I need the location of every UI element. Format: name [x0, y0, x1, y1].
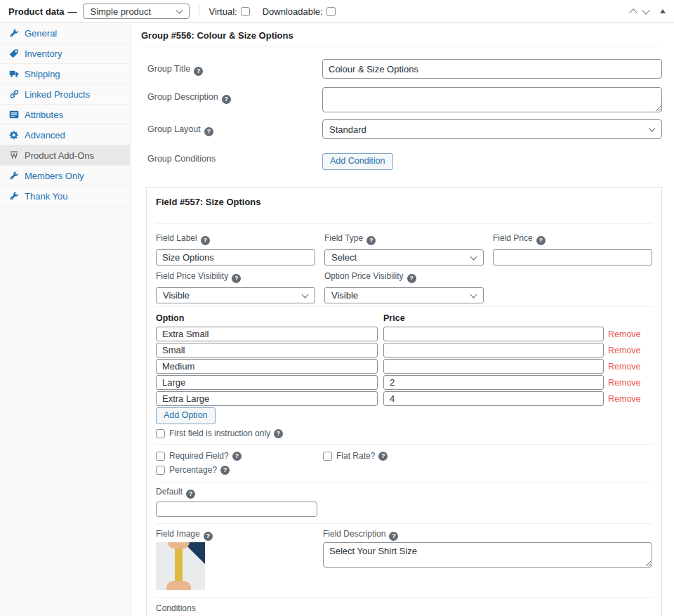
- group-title-input[interactable]: [322, 59, 662, 79]
- help-icon[interactable]: [194, 67, 203, 76]
- truck-icon: [8, 68, 20, 79]
- sidebar-item-label: Product Add-Ons: [25, 150, 94, 161]
- help-icon[interactable]: [536, 236, 546, 245]
- field-main-row: Field Label Field Type Select Field Pric…: [156, 233, 652, 266]
- link-icon: [8, 89, 20, 100]
- help-icon[interactable]: [201, 236, 210, 245]
- group-description-textarea[interactable]: [322, 87, 662, 112]
- product-data-tabs: General Inventory Shipping Linked Produc…: [0, 23, 131, 616]
- gear-icon: [8, 129, 20, 140]
- option-price-visibility-select[interactable]: Visible: [324, 287, 484, 303]
- field-panel: Field #557: Size Options Field Label Fie…: [146, 187, 662, 616]
- sidebar-item-attributes[interactable]: Attributes: [0, 105, 130, 125]
- option-name-input[interactable]: [156, 327, 378, 341]
- remove-option-link[interactable]: Remove: [608, 329, 641, 339]
- remove-option-link[interactable]: Remove: [608, 346, 641, 355]
- help-icon[interactable]: [232, 452, 242, 461]
- option-row: Remove: [156, 359, 652, 374]
- sidebar-item-members-only[interactable]: Members Only: [0, 166, 130, 186]
- add-option-button[interactable]: Add Option: [156, 407, 216, 424]
- option-name-input[interactable]: [156, 343, 378, 358]
- wrench-icon: [8, 27, 20, 39]
- help-icon[interactable]: [220, 466, 230, 475]
- field-price-visibility-label: Field Price Visibility: [156, 271, 315, 283]
- downloadable-checkbox[interactable]: [326, 7, 336, 16]
- field-description-textarea[interactable]: Select Your Shirt Size: [323, 542, 652, 568]
- conditions-label: Conditions: [156, 603, 652, 613]
- field-price-input[interactable]: [493, 249, 652, 266]
- field-header: Field #557: Size Options: [156, 197, 652, 224]
- metabox-toggle-icon[interactable]: [660, 9, 666, 13]
- field-flags-row: Required Field? Flat Rate?: [156, 451, 652, 461]
- instruction-only-label: First field is instruction only: [169, 428, 270, 438]
- group-conditions-label: Group Conditions: [147, 149, 322, 170]
- divider: [156, 482, 652, 483]
- remove-option-link[interactable]: Remove: [608, 394, 641, 404]
- group-title-label: Group Title: [147, 59, 322, 79]
- option-price-input[interactable]: [383, 343, 604, 358]
- sidebar-item-general[interactable]: General: [0, 23, 130, 44]
- help-icon[interactable]: [204, 127, 213, 136]
- field-description-label: Field Description: [323, 529, 652, 541]
- metabox-move-up-icon[interactable]: [629, 8, 637, 16]
- help-icon[interactable]: [389, 532, 398, 541]
- field-price-visibility-select[interactable]: Visible: [156, 287, 315, 303]
- instruction-only-checkbox[interactable]: [156, 429, 165, 438]
- remove-option-link[interactable]: Remove: [608, 362, 641, 372]
- option-name-input[interactable]: [156, 391, 378, 406]
- sidebar-item-advanced[interactable]: Advanced: [0, 125, 130, 145]
- field-label-input[interactable]: [156, 249, 315, 266]
- help-icon[interactable]: [378, 452, 388, 461]
- sidebar-item-label: Advanced: [25, 130, 65, 140]
- field-label-label: Field Label: [156, 233, 315, 245]
- group-header: Group #556: Colour & Size Options: [141, 29, 662, 46]
- percentage-checkbox[interactable]: [156, 466, 165, 475]
- option-name-input[interactable]: [156, 359, 378, 374]
- help-icon[interactable]: [222, 95, 231, 104]
- field-conditions-section: Conditions Add Condition: [156, 603, 652, 616]
- metabox-move-down-icon[interactable]: [642, 6, 649, 14]
- help-icon[interactable]: [366, 236, 376, 245]
- flat-rate-row: Flat Rate?: [323, 451, 388, 461]
- sidebar-item-inventory[interactable]: Inventory: [0, 44, 130, 64]
- product-type-select[interactable]: Simple product: [83, 4, 190, 19]
- required-field-checkbox[interactable]: [156, 452, 165, 461]
- option-column-header: Option: [156, 313, 383, 323]
- group-layout-label: Group Layout: [147, 119, 322, 139]
- field-price-visibility-value: Visible: [163, 290, 190, 301]
- option-price-input[interactable]: [383, 391, 604, 406]
- sidebar-item-shipping[interactable]: Shipping: [0, 64, 130, 84]
- percentage-label: Percentage?: [169, 465, 217, 475]
- field-image-thumbnail[interactable]: [156, 542, 205, 590]
- product-data-title: Product data: [8, 6, 64, 17]
- help-icon[interactable]: [274, 429, 283, 438]
- flat-rate-checkbox[interactable]: [323, 452, 332, 461]
- option-row: Remove: [156, 327, 652, 341]
- group-title-row: Group Title: [141, 59, 662, 79]
- option-price-input[interactable]: [383, 359, 604, 374]
- add-condition-button[interactable]: Add Condition: [322, 153, 393, 170]
- price-column-header: Price: [383, 313, 405, 323]
- default-input[interactable]: [156, 502, 317, 517]
- option-price-input[interactable]: [383, 327, 604, 341]
- product-data-title-dash: —: [67, 6, 77, 17]
- field-price-label: Field Price: [493, 233, 652, 245]
- remove-option-link[interactable]: Remove: [608, 378, 641, 388]
- virtual-checkbox[interactable]: [241, 7, 250, 16]
- list-icon: [8, 109, 20, 120]
- help-icon[interactable]: [407, 274, 416, 283]
- sidebar-item-thank-you[interactable]: Thank You: [0, 186, 130, 207]
- sidebar-item-product-add-ons[interactable]: Product Add-Ons: [0, 145, 130, 166]
- image-hand-graphic: [168, 542, 190, 549]
- option-price-input[interactable]: [383, 375, 604, 390]
- divider: [156, 306, 652, 307]
- field-type-select[interactable]: Select: [324, 249, 484, 266]
- option-name-input[interactable]: [156, 375, 378, 390]
- sidebar-item-linked-products[interactable]: Linked Products: [0, 84, 130, 105]
- help-icon[interactable]: [232, 274, 241, 283]
- help-icon[interactable]: [186, 490, 195, 499]
- group-layout-select[interactable]: Standard: [322, 119, 662, 139]
- help-icon[interactable]: [204, 532, 213, 541]
- instruction-only-row: First field is instruction only: [156, 428, 652, 438]
- flat-rate-label: Flat Rate?: [336, 451, 375, 461]
